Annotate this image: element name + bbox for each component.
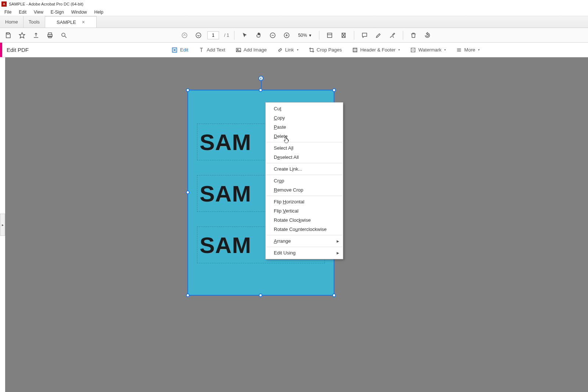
- tab-home-label: Home: [5, 19, 18, 25]
- ctx-flip-horizontal[interactable]: Flip Horizontal: [266, 197, 343, 206]
- fit-page-icon[interactable]: [338, 30, 349, 40]
- resize-handle-br[interactable]: [332, 293, 336, 297]
- rotation-handle[interactable]: [258, 76, 263, 81]
- ctx-sep-6: [266, 247, 342, 247]
- ctx-sep-2: [266, 163, 342, 163]
- window-title: SAMPLE - Adobe Acrobat Pro DC (64-bit): [9, 2, 83, 6]
- add-image-tool[interactable]: Add Image: [233, 46, 269, 54]
- print-icon[interactable]: [45, 30, 55, 40]
- ctx-remove-crop[interactable]: Remove Crop: [266, 185, 343, 195]
- ctx-sep-4: [266, 196, 342, 196]
- page-total-label: / 1: [224, 33, 229, 38]
- menu-file[interactable]: File: [1, 9, 15, 15]
- ctx-rotate-ccw[interactable]: Rotate Counterclockwise: [266, 225, 343, 234]
- svg-rect-19: [353, 48, 357, 52]
- menu-window[interactable]: Window: [68, 9, 91, 15]
- resize-handle-tr[interactable]: [332, 88, 336, 92]
- ctx-crop[interactable]: Crop: [266, 176, 343, 185]
- zoom-in-icon[interactable]: [282, 30, 292, 40]
- document-canvas[interactable]: ▸ SAM SAM SAM Cut Copy Paste Delete Sele…: [5, 57, 588, 392]
- comment-icon[interactable]: [359, 30, 370, 40]
- tab-tools[interactable]: Tools: [24, 16, 45, 28]
- edit-pdf-label: Edit PDF: [2, 47, 33, 53]
- svg-marker-1: [19, 32, 25, 38]
- sidebar-expand-button[interactable]: ▸: [0, 214, 5, 236]
- sign-icon[interactable]: [387, 30, 398, 40]
- add-text-tool[interactable]: Add Text: [196, 46, 227, 54]
- search-icon[interactable]: [59, 30, 69, 40]
- hand-icon[interactable]: [254, 30, 264, 40]
- svg-line-6: [65, 36, 67, 38]
- tab-document[interactable]: SAMPLE ×: [45, 16, 97, 28]
- save-icon[interactable]: [3, 30, 13, 40]
- ctx-create-link[interactable]: Create Link...: [266, 164, 343, 174]
- highlight-icon[interactable]: [373, 30, 384, 40]
- tab-tools-label: Tools: [29, 19, 40, 25]
- page-number-input[interactable]: [207, 31, 219, 39]
- delete-icon[interactable]: [408, 30, 419, 40]
- ctx-select-all[interactable]: Select All: [266, 143, 343, 153]
- ctx-delete[interactable]: Delete: [266, 132, 343, 141]
- svg-rect-14: [327, 33, 332, 38]
- rotate-icon[interactable]: [422, 30, 433, 40]
- submenu-arrow-icon: ▶: [337, 251, 339, 255]
- resize-handle-tl[interactable]: [186, 88, 190, 92]
- ctx-copy[interactable]: Copy: [266, 113, 343, 122]
- link-label: Link: [285, 47, 294, 53]
- tab-home[interactable]: Home: [0, 16, 24, 28]
- ctx-edit-using[interactable]: Edit Using▶: [266, 248, 343, 257]
- upload-icon[interactable]: [31, 30, 41, 40]
- page-down-icon[interactable]: [193, 30, 204, 40]
- text-content-1: SAM: [200, 129, 251, 155]
- title-bar: A SAMPLE - Adobe Acrobat Pro DC (64-bit): [0, 0, 588, 8]
- zoom-out-icon[interactable]: [268, 30, 278, 40]
- chevron-down-icon: ▾: [478, 48, 480, 51]
- ctx-flip-vertical[interactable]: Flip Vertical: [266, 206, 343, 215]
- link-tool[interactable]: Link▾: [275, 46, 301, 54]
- ctx-paste[interactable]: Paste: [266, 122, 343, 132]
- fit-width-icon[interactable]: [325, 30, 335, 40]
- edit-pdf-toolbar: Edit PDF Edit Add Text Add Image Link▾ C…: [0, 43, 588, 57]
- svg-point-5: [62, 33, 65, 36]
- more-tool[interactable]: More▾: [454, 46, 482, 54]
- resize-handle-bl[interactable]: [186, 293, 190, 297]
- text-content-2: SAM: [200, 181, 251, 207]
- ctx-sep-5: [266, 235, 342, 235]
- add-text-label: Add Text: [207, 47, 225, 53]
- context-menu: Cut Copy Paste Delete Select All Deselec…: [265, 102, 343, 259]
- menu-edit[interactable]: Edit: [15, 9, 30, 15]
- edit-tool[interactable]: Edit: [169, 45, 190, 55]
- resize-handle-tm[interactable]: [259, 88, 262, 92]
- ctx-deselect-all[interactable]: Deselect All: [266, 153, 343, 162]
- pointer-icon[interactable]: [240, 30, 250, 40]
- crop-pages-tool[interactable]: Crop Pages: [306, 46, 344, 54]
- text-content-3: SAM: [200, 232, 251, 258]
- resize-handle-bm[interactable]: [259, 293, 262, 297]
- ctx-rotate-cw[interactable]: Rotate Clockwise: [266, 215, 343, 225]
- zoom-value: 50%: [298, 33, 307, 38]
- ctx-sep-1: [266, 142, 342, 142]
- acrobat-icon: A: [1, 1, 7, 7]
- resize-handle-ml[interactable]: [186, 190, 190, 194]
- page-up-icon[interactable]: [179, 30, 190, 40]
- svg-point-8: [196, 33, 201, 38]
- toolbar-divider-2: [319, 31, 319, 40]
- toolbar-divider-4: [403, 31, 403, 40]
- menu-esign[interactable]: E-Sign: [47, 9, 68, 15]
- header-footer-label: Header & Footer: [360, 47, 395, 53]
- header-footer-tool[interactable]: Header & Footer▾: [350, 46, 402, 54]
- menu-view[interactable]: View: [30, 9, 47, 15]
- ctx-arrange[interactable]: Arrange▶: [266, 236, 343, 246]
- star-icon[interactable]: [17, 30, 27, 40]
- crop-pages-label: Crop Pages: [317, 47, 342, 53]
- svg-point-7: [182, 33, 187, 38]
- more-label: More: [464, 47, 475, 53]
- chevron-down-icon: ▾: [309, 33, 311, 38]
- menu-help[interactable]: Help: [91, 9, 107, 15]
- zoom-dropdown[interactable]: 50%▾: [295, 32, 314, 39]
- submenu-arrow-icon: ▶: [337, 239, 339, 243]
- tab-close-icon[interactable]: ×: [82, 19, 85, 25]
- watermark-tool[interactable]: Watermark▾: [408, 46, 448, 54]
- ctx-cut[interactable]: Cut: [266, 104, 343, 113]
- menu-bar: File Edit View E-Sign Window Help: [0, 8, 588, 16]
